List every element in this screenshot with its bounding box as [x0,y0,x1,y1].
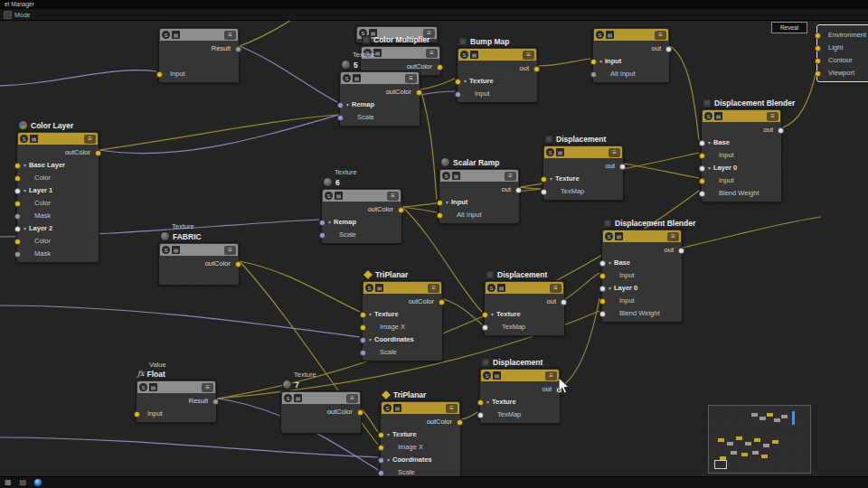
node-header[interactable]: S▤≡ [594,29,668,41]
node-displacement-3[interactable]: DisplacementS▤≡out▾TextureTexMap [479,368,561,424]
input-port[interactable] [378,470,384,476]
node-body[interactable]: S▤≡out▾InputAlt Input [439,168,520,224]
node-texture-5[interactable]: Texture5S▤≡outColor▾RemapScale [339,70,420,127]
row-alt-input[interactable]: Alt Input [593,67,669,80]
wire[interactable] [0,70,156,86]
row-out[interactable]: out [485,295,564,307]
wire[interactable] [624,164,699,178]
output-port[interactable] [212,399,219,405]
expander-icon[interactable]: ▾ [550,175,552,182]
row-texture[interactable]: ▾Texture [458,74,537,87]
expander-icon[interactable]: ▾ [24,187,26,193]
node-header[interactable]: S▤≡ [282,392,360,404]
node-body[interactable]: S▤≡outColor [280,390,362,434]
input-port[interactable] [378,457,384,464]
row-out[interactable]: out [480,382,560,395]
input-port[interactable] [14,251,21,258]
wire[interactable] [0,437,378,457]
node-editor-canvas[interactable]: et Manager Mode S▤≡Color MultiplierS▤≡ou… [0,0,868,488]
row-blend-weight[interactable]: Blend Weight [702,186,781,199]
input-port[interactable] [599,298,606,305]
node-header[interactable]: S▤≡ [160,244,238,256]
row-scale[interactable]: Scale [322,228,401,240]
input-port[interactable] [156,71,163,78]
input-port[interactable] [699,191,705,197]
menu-icon[interactable]: ≡ [387,192,399,201]
input-port[interactable] [815,33,821,39]
row-out[interactable]: out [543,159,623,172]
node-header[interactable]: S▤≡ [160,29,238,41]
input-port[interactable] [815,70,821,77]
wire[interactable] [561,298,599,387]
row-outcolor[interactable]: outColor [381,415,460,427]
menu-icon[interactable]: ≡ [505,172,516,181]
output-port[interactable] [416,89,422,96]
input-port[interactable] [14,226,21,232]
row-outcolor[interactable]: outColor [340,85,420,98]
input-port[interactable] [599,273,606,279]
input-port[interactable] [437,212,443,219]
row-texture[interactable]: ▾Texture [485,307,564,320]
row-texmap[interactable]: TexMap [485,320,564,333]
wire[interactable] [0,305,360,337]
wire[interactable] [362,409,378,432]
row-input[interactable]: ▾Input [439,195,519,208]
row-input[interactable]: Input [702,174,781,186]
row-out[interactable]: out [593,42,669,54]
input-port[interactable] [14,163,21,169]
input-port[interactable] [477,412,484,418]
menu-icon[interactable]: ≡ [655,31,666,40]
wire[interactable] [420,89,437,200]
input-port[interactable] [541,176,547,183]
row-base-layer[interactable]: ▾Base Layer [17,158,99,171]
grid-view-icon[interactable]: ▦ [5,477,12,488]
node-bump-map[interactable]: Bump MapS▤≡out▾TextureInput [457,47,538,103]
input-port[interactable] [699,165,705,172]
node-texture-fabric[interactable]: TextureFABRICS▤≡outColor [158,242,240,286]
input-port[interactable] [319,232,326,239]
node-displacement-1[interactable]: DisplacementS▤≡out▾TextureTexMap [542,145,624,201]
input-port[interactable] [482,324,488,331]
wire[interactable] [240,46,337,102]
wire[interactable] [461,412,477,419]
row-input[interactable]: Input [137,407,216,419]
output-port[interactable] [533,66,540,72]
node-header[interactable]: S▤≡ [544,146,622,158]
menu-icon[interactable]: ≡ [667,232,679,241]
row-image-x[interactable]: Image X [363,320,442,333]
input-port[interactable] [699,178,705,184]
node-result-node[interactable]: S▤≡ResultInput [158,27,240,83]
expander-icon[interactable]: ▾ [599,58,602,64]
list-view-icon[interactable]: ▤ [20,477,27,488]
menu-icon[interactable]: ≡ [550,284,561,293]
row-light[interactable]: Light [817,41,868,53]
node-header[interactable]: S▤≡ [486,282,563,294]
input-port[interactable] [455,79,461,85]
row-input[interactable]: Input [159,67,239,80]
node-displacement-blender-2[interactable]: Displacement BlenderS▤≡out▾BaseInput▾Lay… [601,229,683,323]
row-outcolor[interactable]: outColor [159,257,239,269]
expander-icon[interactable]: ▾ [486,399,489,405]
node-value-float[interactable]: ValueƒxFloatS▤≡ResultInput [136,380,217,423]
node-scalar-ramp[interactable]: Scalar RampS▤≡out▾InputAlt Input [439,168,520,224]
node-body[interactable]: S▤≡out▾TextureTexMap [484,280,565,336]
output-port[interactable] [437,64,443,70]
output-port[interactable] [619,164,626,170]
row-out[interactable]: out [458,61,537,74]
node-texture-6[interactable]: Texture6S▤≡outColor▾RemapScale [321,188,402,244]
node-header[interactable]: S▤≡ [603,230,681,242]
node-displacement-blender-1[interactable]: Displacement BlenderS▤≡out▾BaseInput▾Lay… [701,108,782,202]
row-texture[interactable]: ▾Texture [363,307,442,320]
menu-icon[interactable]: ≡ [84,135,96,144]
row-out[interactable]: out [602,243,682,256]
expander-icon[interactable]: ▾ [328,219,331,225]
node-header[interactable]: S▤≡ [703,110,780,122]
output-port[interactable] [561,299,567,305]
input-port[interactable] [14,188,21,194]
row-texture[interactable]: ▾Texture [480,395,560,408]
expander-icon[interactable]: ▾ [24,162,26,168]
node-body[interactable]: S▤≡out▾BaseInput▾Layer 0InputBlend Weigh… [701,108,782,202]
expander-icon[interactable]: ▾ [387,431,390,437]
input-port[interactable] [590,71,597,78]
row-outcolor[interactable]: outColor [322,202,401,215]
